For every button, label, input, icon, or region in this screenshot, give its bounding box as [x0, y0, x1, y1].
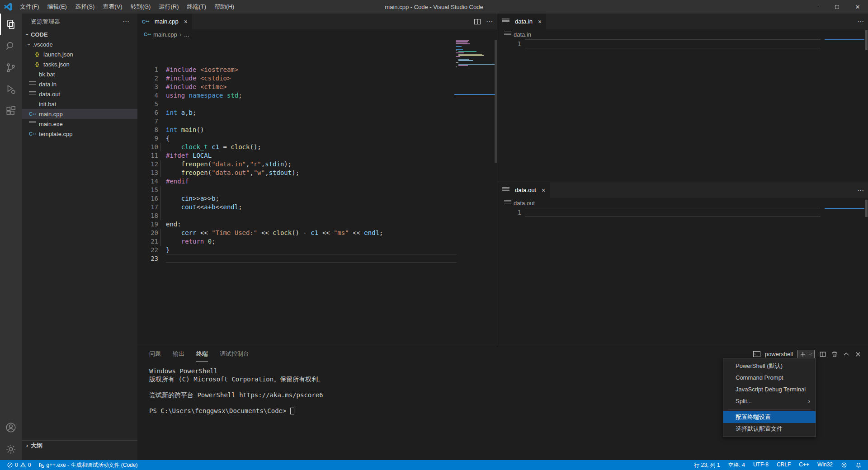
- minimap[interactable]: [456, 40, 494, 69]
- editor-more-actions-icon[interactable]: ⋯: [486, 18, 493, 26]
- notifications-bell-icon[interactable]: [855, 462, 862, 468]
- menu-item-选择默认配置文件[interactable]: 选择默认配置文件: [723, 423, 816, 435]
- code-line-3[interactable]: 3#include <ctime>: [137, 83, 497, 91]
- code-line-15[interactable]: 15: [137, 186, 497, 194]
- code-line-17[interactable]: 17 cout<<a+b<<endl;: [137, 203, 497, 212]
- status-item[interactable]: UTF-8: [753, 461, 769, 469]
- debug-status[interactable]: g++.exe - 生成和调试活动文件 (Code): [36, 461, 140, 469]
- activity-extensions-icon[interactable]: [0, 100, 22, 122]
- menu-运行[interactable]: 运行(R): [155, 0, 183, 14]
- split-terminal-icon[interactable]: [819, 351, 826, 358]
- editor-scrollbar[interactable]: [495, 40, 497, 163]
- tree-item-data.in[interactable]: data.in: [22, 79, 137, 89]
- tab-data-out[interactable]: data.out ×: [498, 182, 550, 198]
- problems-status[interactable]: 0 0: [5, 462, 33, 468]
- maximize-panel-icon[interactable]: [843, 351, 850, 358]
- more-actions-icon[interactable]: ⋯: [123, 18, 129, 26]
- new-terminal-button[interactable]: [797, 350, 815, 359]
- code-line-6[interactable]: 6int a,b;: [137, 108, 497, 117]
- close-icon[interactable]: ✕: [847, 0, 868, 14]
- code-line-14[interactable]: 14#endif: [137, 177, 497, 186]
- code-line-18[interactable]: 18: [137, 212, 497, 220]
- split-editor-icon[interactable]: [474, 19, 481, 24]
- file-icon: [504, 199, 511, 207]
- code-line-7[interactable]: 7: [137, 117, 497, 126]
- status-item[interactable]: 空格: 4: [728, 461, 745, 469]
- code-line-12[interactable]: 12 freopen("data.in","r",stdin);: [137, 160, 497, 169]
- breadcrumb[interactable]: data.in: [498, 29, 868, 39]
- menu-item-配置终端设置[interactable]: 配置终端设置: [723, 411, 816, 423]
- code-line-16[interactable]: 16 cin>>a>>b;: [137, 194, 497, 203]
- menu-终端[interactable]: 终端(T): [183, 0, 210, 14]
- tree-item-tasks.json[interactable]: {}tasks.json: [22, 59, 137, 69]
- activity-account-icon[interactable]: [0, 417, 22, 438]
- editor-scrollbar[interactable]: [865, 30, 868, 50]
- menu-文件[interactable]: 文件(F): [16, 0, 43, 14]
- editor-scrollbar[interactable]: [865, 200, 868, 217]
- minimize-icon[interactable]: [806, 0, 826, 14]
- menu-item-Split...[interactable]: Split...›: [723, 395, 816, 407]
- tree-item-launch.json[interactable]: {}launch.json: [22, 49, 137, 59]
- menu-转到[interactable]: 转到(G): [127, 0, 155, 14]
- code-editor[interactable]: 1#include <iostream>2#include <cstdio>3#…: [137, 39, 497, 263]
- editor-more-actions-icon[interactable]: ⋯: [857, 186, 864, 194]
- tree-item-main.cpp[interactable]: C++main.cpp: [22, 109, 137, 119]
- code-line-8[interactable]: 8int main(): [137, 126, 497, 134]
- breadcrumb[interactable]: C++ main.cpp › …: [137, 29, 497, 39]
- menu-item-Command Prompt[interactable]: Command Prompt: [723, 372, 816, 384]
- status-item[interactable]: CRLF: [777, 461, 791, 469]
- menu-查看[interactable]: 查看(V): [99, 0, 126, 14]
- tree-item-template.cpp[interactable]: C++template.cpp: [22, 129, 137, 139]
- code-line-22[interactable]: 22}: [137, 246, 497, 254]
- code-line-21[interactable]: 21 return 0;: [137, 237, 497, 246]
- status-item[interactable]: C++: [799, 461, 809, 469]
- close-tab-icon[interactable]: ×: [542, 187, 545, 194]
- status-item[interactable]: Win32: [817, 461, 833, 469]
- feedback-icon[interactable]: [841, 462, 847, 468]
- shell-selector[interactable]: powershell: [765, 351, 793, 357]
- code-line-1[interactable]: 1#include <iostream>: [137, 66, 497, 74]
- status-item[interactable]: 行 23, 列 1: [694, 461, 720, 469]
- code-line-5[interactable]: 5: [137, 100, 497, 108]
- close-tab-icon[interactable]: ×: [184, 18, 188, 25]
- tab-main-cpp[interactable]: C++ main.cpp ×: [137, 14, 192, 29]
- panel-tab-问题[interactable]: 问题: [149, 346, 161, 362]
- tree-item-bk.bat[interactable]: bk.bat: [22, 69, 137, 79]
- activity-source-control-icon[interactable]: [0, 57, 22, 79]
- activity-settings-gear-icon[interactable]: [0, 438, 22, 460]
- code-line-19[interactable]: 19end:: [137, 220, 497, 229]
- code-line-4[interactable]: 4using namespace std;: [137, 91, 497, 100]
- editor-more-actions-icon[interactable]: ⋯: [857, 18, 864, 26]
- account-icon: [5, 422, 17, 433]
- tab-data-in[interactable]: data.in ×: [498, 14, 546, 29]
- activity-explorer-icon[interactable]: [0, 14, 22, 35]
- kill-terminal-icon[interactable]: [831, 351, 838, 358]
- menu-编辑[interactable]: 编辑(E): [43, 0, 71, 14]
- code-line-13[interactable]: 13 freopen("data.out","w",stdout);: [137, 169, 497, 177]
- outline-section-header[interactable]: › 大纲: [22, 440, 137, 450]
- tree-item-.vscode[interactable]: ›.vscode: [22, 39, 137, 49]
- panel-tab-终端[interactable]: 终端: [196, 346, 208, 362]
- editor-group-data-in: data.in × ⋯ data.in 1: [498, 14, 868, 182]
- code-line-11[interactable]: 11#ifdef LOCAL: [137, 151, 497, 160]
- tree-item-main.exe[interactable]: main.exe: [22, 119, 137, 129]
- close-tab-icon[interactable]: ×: [538, 18, 542, 25]
- panel-tab-输出[interactable]: 输出: [173, 346, 184, 362]
- tree-item-init.bat[interactable]: init.bat: [22, 99, 137, 109]
- menu-帮助[interactable]: 帮助(H): [210, 0, 238, 14]
- maximize-icon[interactable]: [826, 0, 847, 14]
- activity-search-icon[interactable]: [0, 35, 22, 57]
- menu-item-JavaScript Debug Terminal[interactable]: JavaScript Debug Terminal: [723, 384, 816, 395]
- breadcrumb[interactable]: data.out: [498, 198, 868, 208]
- panel-tab-调试控制台[interactable]: 调试控制台: [220, 346, 249, 362]
- folder-section-header[interactable]: › CODE: [22, 29, 137, 39]
- close-panel-icon[interactable]: [854, 351, 862, 358]
- menu-item-PowerShell (默认)[interactable]: PowerShell (默认): [723, 360, 816, 372]
- code-line-9[interactable]: 9{: [137, 134, 497, 143]
- activity-run-debug-icon[interactable]: [0, 79, 22, 100]
- code-line-10[interactable]: 10 clock_t c1 = clock();: [137, 143, 497, 151]
- menu-选择[interactable]: 选择(S): [71, 0, 99, 14]
- tree-item-data.out[interactable]: data.out: [22, 89, 137, 99]
- code-line-20[interactable]: 20 cerr << "Time Used:" << clock() - c1 …: [137, 229, 497, 237]
- code-line-2[interactable]: 2#include <cstdio>: [137, 74, 497, 83]
